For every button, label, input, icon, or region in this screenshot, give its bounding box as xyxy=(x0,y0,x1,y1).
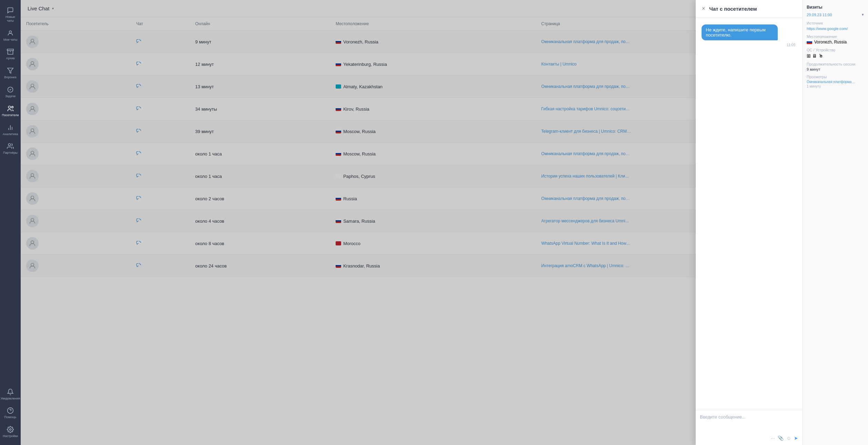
sidebar-item-analytics[interactable]: Аналитика xyxy=(0,121,21,140)
sidebar-label-visitors: Посетители xyxy=(2,113,19,117)
sidebar-label-new-chats: Новые чаты xyxy=(2,15,19,23)
chat-input[interactable] xyxy=(700,414,798,432)
send-button[interactable]: ➤ xyxy=(794,435,798,441)
sidebar-item-settings[interactable]: Настройки xyxy=(0,423,21,442)
windows-icon: ⊞ xyxy=(807,53,811,59)
sidebar-item-visitors[interactable]: Посетители xyxy=(0,102,21,121)
sidebar-item-new-chats[interactable]: Новые чаты xyxy=(0,3,21,26)
duration-label: Продолжительность сессии xyxy=(807,62,864,66)
sidebar-item-my-chats[interactable]: Мои чаты xyxy=(0,26,21,45)
chat-messages: Не ждите, напишите первым посетителю. 11… xyxy=(696,18,802,410)
info-panel: Визиты 29.09.23 11:00 ▾ Источник https:/… xyxy=(803,0,868,445)
sidebar-label-archive: Архив xyxy=(6,57,14,60)
location-value: Voronezh, Russia xyxy=(807,40,864,44)
sidebar-label-tasks: Задачи xyxy=(5,94,16,98)
close-button[interactable]: × xyxy=(701,5,706,12)
svg-point-6 xyxy=(11,106,13,108)
svg-point-10 xyxy=(8,144,11,146)
panel-header: × Чат с посетителем xyxy=(696,0,802,18)
os-label: ОС / Устройство xyxy=(807,48,864,52)
chat-area: × Чат с посетителем Не ждите, напишите п… xyxy=(696,0,803,445)
duration-value: 9 минут xyxy=(807,67,864,71)
location-flag-icon xyxy=(807,40,812,44)
visit-chevron-icon[interactable]: ▾ xyxy=(862,12,864,17)
svg-point-0 xyxy=(9,31,12,33)
message-time: 11:09 xyxy=(701,43,795,47)
sidebar-item-funnel[interactable]: Воронка xyxy=(0,64,21,83)
page-preview-time: 1 минуту xyxy=(807,84,864,88)
attachment-icon[interactable]: 📎 xyxy=(778,435,784,441)
typing-icon[interactable]: ··· xyxy=(771,435,775,441)
visit-date: 29.09.23 11:00 xyxy=(807,13,832,17)
location-text: Voronezh, Russia xyxy=(814,40,847,44)
visits-title: Визиты xyxy=(807,5,864,10)
sidebar-label-partners: Партнёры xyxy=(3,151,18,155)
svg-point-5 xyxy=(8,106,11,108)
sidebar-item-notifications[interactable]: Уведомления xyxy=(0,385,21,404)
panel-title: Чат с посетителем xyxy=(709,6,757,12)
sidebar-label-help: Помощь xyxy=(4,415,17,419)
svg-point-13 xyxy=(10,429,11,431)
page-preview-link[interactable]: Омниканальная платформа ... xyxy=(807,80,864,84)
sidebar-item-tasks[interactable]: Задачи xyxy=(0,83,21,102)
sidebar-label-funnel: Воронка xyxy=(4,75,16,79)
sidebar-item-help[interactable]: Помощь xyxy=(0,404,21,423)
message-bubble: Не ждите, напишите первым посетителю. xyxy=(701,24,797,40)
sidebar-label-analytics: Аналитика xyxy=(3,132,18,136)
sidebar-item-archive[interactable]: Архив xyxy=(0,45,21,64)
device-icons: ⊞ 🖥 🖱 xyxy=(807,53,864,59)
svg-marker-3 xyxy=(8,68,13,73)
svg-rect-1 xyxy=(7,49,13,51)
emoji-icon[interactable]: ☺ xyxy=(786,435,791,441)
visit-row: 29.09.23 11:00 ▾ xyxy=(807,12,864,17)
monitor-icon: 🖱 xyxy=(818,53,823,59)
desktop-icon: 🖥 xyxy=(812,53,817,59)
sidebar-item-partners[interactable]: Партнёры xyxy=(0,139,21,158)
chat-input-area: ··· 📎 ☺ ➤ xyxy=(696,410,802,445)
source-url[interactable]: https://www.google.com/ xyxy=(807,27,848,31)
sidebar-label-my-chats: Мои чаты xyxy=(3,38,17,42)
sidebar-label-notifications: Уведомления xyxy=(1,397,20,401)
location-label: Местоположение xyxy=(807,34,864,39)
message-text: Не ждите, напишите первым посетителю. xyxy=(702,24,778,40)
chat-toolbar: ··· 📎 ☺ ➤ xyxy=(700,435,798,441)
views-label: Просмотры xyxy=(807,75,864,79)
source-label: Источник xyxy=(807,21,864,25)
side-panel: × Чат с посетителем Не ждите, напишите п… xyxy=(696,0,868,445)
sidebar-label-settings: Настройки xyxy=(3,434,18,438)
sidebar: Новые чаты Мои чаты Архив Воронка Задачи… xyxy=(0,0,21,445)
